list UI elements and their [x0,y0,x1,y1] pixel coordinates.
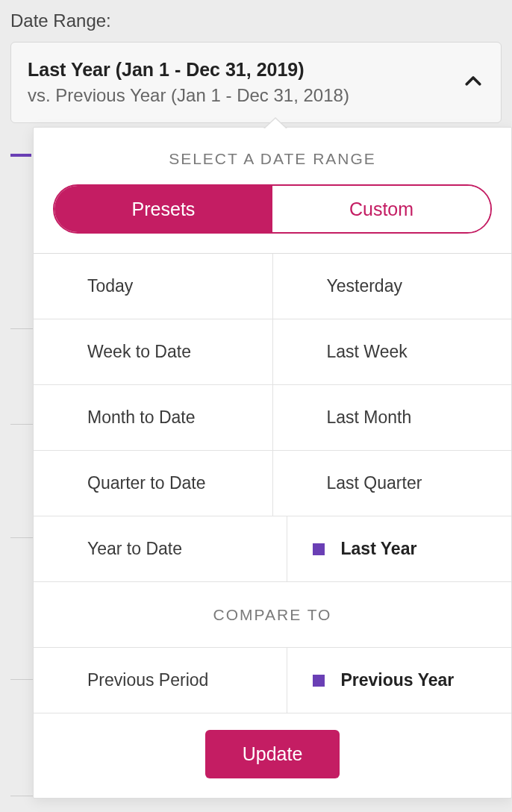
bg-accent [10,154,31,157]
preset-last-year-label: Last Year [341,539,417,559]
preset-quarter-to-date[interactable]: Quarter to Date [34,451,273,516]
update-button[interactable]: Update [205,730,340,778]
compare-previous-year-label: Previous Year [341,670,455,690]
selected-marker-icon [313,675,325,687]
chevron-up-icon [462,70,484,96]
date-range-selector[interactable]: Last Year (Jan 1 - Dec 31, 2019) vs. Pre… [10,42,502,123]
tab-custom[interactable]: Custom [272,186,490,232]
preset-yesterday[interactable]: Yesterday [273,254,512,319]
preset-week-to-date[interactable]: Week to Date [34,319,273,384]
selector-subtitle: vs. Previous Year (Jan 1 - Dec 31, 2018) [28,83,349,109]
preset-year-to-date[interactable]: Year to Date [34,516,287,581]
compare-previous-period[interactable]: Previous Period [34,648,287,713]
preset-month-to-date[interactable]: Month to Date [34,385,273,450]
segmented-control: Presets Custom [53,184,492,234]
compare-to-header: COMPARE TO [34,582,511,648]
preset-last-week[interactable]: Last Week [273,319,512,384]
preset-last-month[interactable]: Last Month [273,385,512,450]
selected-marker-icon [313,543,325,555]
popover-title: SELECT A DATE RANGE [53,150,492,168]
compare-previous-year[interactable]: Previous Year [287,648,512,713]
tab-presets[interactable]: Presets [54,186,272,232]
preset-today[interactable]: Today [34,254,273,319]
preset-last-quarter[interactable]: Last Quarter [273,451,512,516]
selector-title: Last Year (Jan 1 - Dec 31, 2019) [28,56,349,83]
date-range-popover: SELECT A DATE RANGE Presets Custom Today… [33,127,512,799]
preset-last-year[interactable]: Last Year [287,516,512,581]
field-label: Date Range: [10,10,502,31]
